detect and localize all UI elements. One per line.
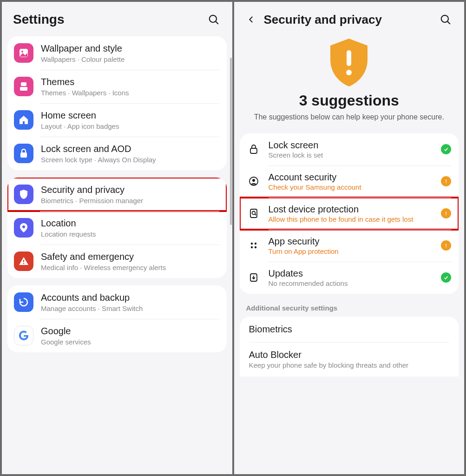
row-texts: Lost device protection Allow this phone … (269, 204, 433, 223)
row-texts: Accounts and backup Manage accounts · Sm… (41, 292, 219, 312)
row-texts: Lock screen Screen lock is set (269, 140, 433, 159)
row-title: Themes (41, 76, 219, 88)
row-title: Location (41, 218, 219, 229)
svg-point-18 (446, 182, 446, 183)
settings-row-wallpaper-and-style[interactable]: Wallpaper and style Wallpapers · Colour … (7, 36, 227, 70)
svg-rect-22 (446, 212, 446, 214)
svg-rect-19 (250, 209, 257, 218)
security-header: Security and privacy (234, 2, 465, 32)
svg-point-9 (23, 263, 24, 264)
svg-point-16 (252, 179, 255, 182)
status-ok-icon (441, 272, 451, 283)
svg-point-3 (21, 51, 23, 53)
settings-row-accounts-and-backup[interactable]: Accounts and backup Manage accounts · Sm… (7, 285, 227, 319)
row-title: Account security (269, 172, 433, 183)
settings-group: Wallpaper and style Wallpapers · Colour … (7, 36, 227, 170)
themes-icon (14, 77, 33, 96)
alert-shield-icon (326, 36, 372, 87)
additional-row-biometrics[interactable]: Biometrics (240, 317, 459, 342)
search-button[interactable] (438, 12, 453, 27)
emergency-icon (14, 251, 33, 271)
hero-subtitle: The suggestions below can help keep your… (248, 112, 451, 122)
svg-point-0 (209, 15, 216, 22)
svg-point-27 (254, 246, 256, 248)
status-warn-icon (441, 208, 451, 218)
security-screen: Security and privacy 3 suggestions The s… (234, 2, 465, 474)
svg-line-1 (216, 21, 218, 24)
suggestion-row-app-security[interactable]: App security Turn on App protection (240, 230, 459, 262)
settings-group: Accounts and backup Manage accounts · Sm… (7, 285, 227, 352)
settings-row-location[interactable]: Location Location requests (7, 211, 227, 245)
backup-icon (14, 292, 33, 312)
lock-icon (14, 144, 33, 163)
section-label: Additional security settings (234, 301, 465, 317)
row-texts: Updates No recommended actions (269, 268, 433, 287)
svg-point-13 (346, 70, 352, 75)
row-title: Google (41, 325, 219, 337)
search-button[interactable] (206, 12, 221, 27)
row-subtitle: Themes · Wallpapers · Icons (41, 89, 219, 97)
row-subtitle: Manage accounts · Smart Switch (41, 304, 219, 312)
row-title: Lost device protection (269, 204, 433, 215)
row-title: Home screen (41, 110, 219, 121)
suggestions-hero: 3 suggestions The suggestions below can … (234, 32, 465, 133)
settings-content[interactable]: Wallpaper and style Wallpapers · Colour … (2, 32, 232, 474)
status-ok-icon (441, 144, 451, 154)
row-subtitle: Check your Samsung account (269, 183, 433, 191)
svg-rect-28 (446, 244, 446, 246)
settings-row-lock-screen-and-aod[interactable]: Lock screen and AOD Screen lock type · A… (7, 137, 227, 170)
row-subtitle: Screen lock type · Always On Display (41, 156, 219, 164)
additional-row-auto-blocker[interactable]: Auto Blocker Keep your phone safe by blo… (240, 342, 459, 377)
svg-point-20 (252, 212, 255, 215)
row-subtitle: Biometrics · Permission manager (41, 197, 219, 205)
row-title: Updates (269, 268, 433, 279)
suggestion-row-account-security[interactable]: Account security Check your Samsung acco… (240, 165, 459, 198)
svg-rect-12 (347, 50, 351, 66)
svg-point-25 (254, 243, 256, 245)
scrollbar-thumb[interactable] (230, 58, 232, 225)
settings-row-security-and-privacy[interactable]: Security and privacy Biometrics · Permis… (7, 178, 227, 211)
row-subtitle: No recommended actions (269, 279, 433, 287)
settings-title: Settings (13, 12, 200, 27)
chevron-left-icon (247, 14, 256, 25)
svg-rect-4 (21, 82, 26, 86)
svg-point-24 (250, 243, 252, 245)
row-texts: App security Turn on App protection (269, 236, 433, 255)
status-warn-icon (441, 176, 451, 186)
status-warn-icon (441, 240, 451, 251)
row-subtitle: Keep your phone safe by blocking threats… (249, 361, 450, 369)
settings-row-themes[interactable]: Themes Themes · Wallpapers · Icons (7, 70, 227, 103)
settings-row-home-screen[interactable]: Home screen Layout · App icon badges (7, 103, 227, 137)
settings-header: Settings (2, 2, 232, 32)
find-icon (247, 207, 260, 220)
search-icon (208, 13, 220, 26)
home-icon (14, 110, 33, 130)
suggestion-row-lock-screen[interactable]: Lock screen Screen lock is set (240, 133, 459, 165)
suggestion-row-lost-device-protection[interactable]: Lost device protection Allow this phone … (240, 198, 459, 230)
row-title: Wallpaper and style (41, 43, 219, 54)
row-subtitle: Allow this phone to be found in case it … (269, 215, 433, 223)
settings-row-google[interactable]: Google Google services (7, 319, 227, 352)
row-subtitle: Turn on App protection (269, 247, 433, 255)
back-button[interactable] (245, 13, 257, 26)
svg-rect-6 (20, 152, 27, 158)
row-title: Safety and emergency (41, 251, 219, 263)
account-icon (247, 175, 260, 188)
row-texts: Themes Themes · Wallpapers · Icons (41, 76, 219, 97)
updates-icon (247, 271, 260, 284)
padlock-icon (247, 143, 260, 156)
search-icon (440, 13, 452, 26)
svg-rect-14 (250, 148, 257, 153)
row-subtitle: Location requests (41, 230, 219, 238)
svg-rect-8 (23, 260, 24, 262)
settings-row-safety-and-emergency[interactable]: Safety and emergency Medical info · Wire… (7, 245, 227, 278)
settings-group: Security and privacy Biometrics · Permis… (7, 178, 227, 278)
suggestion-row-updates[interactable]: Updates No recommended actions (240, 262, 459, 294)
wallpaper-icon (14, 43, 33, 63)
svg-point-26 (250, 246, 252, 248)
hero-title: 3 suggestions (248, 92, 451, 109)
row-subtitle: Wallpapers · Colour palette (41, 55, 219, 63)
row-title: Auto Blocker (249, 350, 450, 360)
row-subtitle: Screen lock is set (269, 151, 433, 159)
svg-rect-17 (446, 180, 446, 182)
